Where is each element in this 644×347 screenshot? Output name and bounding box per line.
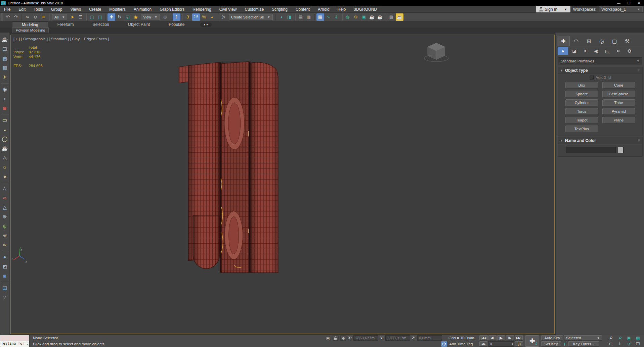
ribbon-tab-populate[interactable]: Populate (159, 21, 194, 28)
redo-icon[interactable]: ↷ (12, 13, 20, 21)
create-cylinder-button[interactable]: Cylinder (565, 99, 598, 106)
menu-rendering[interactable]: Rendering (188, 6, 215, 12)
rendered-frame-window-icon[interactable]: ▣ (360, 13, 368, 21)
viewport[interactable]: y x z [ + ] [ Orthographic ] [ Standard … (10, 35, 555, 334)
zoom-extents-all-icon[interactable]: ▦ (634, 335, 642, 341)
autogrid-checkbox[interactable] (590, 76, 594, 80)
space-warp-icon[interactable]: △ (1, 203, 9, 211)
next-frame-button[interactable]: ‖▶ (506, 335, 514, 341)
menu-tools[interactable]: Tools (30, 6, 47, 12)
render-setup-window-icon[interactable]: ▤ (1, 45, 9, 53)
camera-tripod-icon[interactable]: ◉ (1, 85, 9, 93)
menu-content[interactable]: Content (292, 6, 314, 12)
ribbon-config-menu[interactable]: ● ▾ (200, 22, 212, 27)
menu-create[interactable]: Create (85, 6, 105, 12)
help-icon[interactable]: ? (1, 293, 9, 301)
sphere-object-icon[interactable]: ● (1, 172, 9, 181)
light-lister-icon[interactable]: ☀ (1, 73, 9, 81)
render-iterative-icon[interactable]: ☕ (376, 13, 384, 21)
render-production-icon[interactable]: ☕ (368, 13, 376, 21)
create-torus-button[interactable]: Torus (565, 108, 598, 115)
film-camera-icon[interactable]: ◙ (1, 104, 9, 112)
bind-to-space-warp-icon[interactable]: ≋ (40, 13, 47, 21)
rectangular-selection-region-icon[interactable]: ▢ (88, 13, 96, 21)
render-presets-icon[interactable]: ▩ (1, 63, 9, 72)
edit-named-selection-sets-icon[interactable]: {✎ (220, 13, 227, 21)
add-time-tag-label[interactable]: Add Time Tag (449, 342, 473, 346)
create-geosphere-button[interactable]: GeoSphere (602, 91, 635, 97)
sphere-light-icon[interactable]: ◯ (1, 135, 9, 143)
tab-motion[interactable]: ◎ (595, 36, 608, 46)
fur-ox-icon[interactable]: 0x (1, 241, 9, 249)
menu-modifiers[interactable]: Modifiers (105, 6, 130, 12)
auto-key-button[interactable]: Auto Key (541, 335, 563, 341)
object-name-input[interactable] (566, 147, 616, 153)
wire-teapot-icon[interactable]: ☕ (1, 144, 9, 152)
grass-object-icon[interactable]: ψ (1, 222, 9, 230)
ribbon-tab-object-paint[interactable]: Object Paint (119, 21, 159, 28)
object-color-swatch[interactable] (618, 147, 624, 153)
x-coordinate-field[interactable]: 2863,677m (353, 335, 378, 341)
close-button[interactable]: ✕ (634, 0, 644, 6)
mirror-icon[interactable]: ◑ (277, 13, 285, 21)
menu-arnold[interactable]: Arnold (314, 6, 334, 12)
maximize-button[interactable]: ❐ (624, 0, 634, 6)
zoom-extents-icon[interactable]: ▣ (625, 335, 633, 341)
z-coordinate-field[interactable]: 0,0mm (417, 335, 442, 341)
schematic-view-icon[interactable]: ⇓ (333, 13, 340, 21)
pan-icon[interactable]: ✛ (616, 341, 624, 347)
select-and-manipulate-icon[interactable]: ⇑ (173, 13, 180, 21)
menu-animation[interactable]: Animation (130, 6, 156, 12)
rock-object-icon[interactable]: ❋ (1, 212, 9, 221)
menu-help[interactable]: Help (334, 6, 350, 12)
select-object-sphere-icon[interactable]: ◙ (1, 271, 9, 280)
array-tool-icon[interactable]: ∴ (1, 184, 9, 193)
macro-recorder-pane[interactable] (0, 335, 29, 341)
menu-group[interactable]: Group (47, 6, 66, 12)
create-plane-button[interactable]: Plane (602, 117, 635, 123)
subtab-systems[interactable]: ⚙ (624, 47, 635, 55)
create-cone-button[interactable]: Cone (602, 82, 635, 89)
undo-icon[interactable]: ↶ (4, 13, 12, 21)
listener-pane[interactable]: Testing for ; (0, 341, 29, 347)
align-icon[interactable]: ◨ (286, 13, 293, 21)
subtab-shapes[interactable]: ◪ (569, 47, 579, 55)
snap-toggle-3d-icon[interactable]: 3 (184, 13, 192, 21)
toolbar-drag-handle[interactable] (1, 13, 3, 21)
primitive-category-dropdown[interactable]: Standard Primitives ▼ (558, 57, 642, 64)
go-to-end-button[interactable]: ▶▶| (515, 335, 523, 341)
cone-light-icon[interactable]: △ (1, 153, 9, 162)
object-type-rollout-header[interactable]: ▼ Object Type ⠿ (558, 67, 642, 74)
subtab-space-warps[interactable]: ≈ (613, 47, 624, 55)
tab-display[interactable]: ▢ (608, 36, 621, 46)
menu-views[interactable]: Views (66, 6, 85, 12)
create-pyramid-button[interactable]: Pyramid (602, 108, 635, 115)
hair-fur-icon[interactable]: HF (1, 231, 9, 240)
ribbon-tab-selection[interactable]: Selection (83, 21, 118, 28)
selection-lock-icon[interactable] (333, 335, 339, 341)
select-and-move-icon[interactable]: ✚ (108, 13, 115, 21)
select-and-rotate-icon[interactable]: ↻ (116, 13, 123, 21)
menu-edit[interactable]: Edit (14, 6, 30, 12)
create-teapot-button[interactable]: Teapot (565, 117, 598, 123)
tab-modify[interactable]: ◠ (570, 36, 583, 46)
go-to-start-button[interactable]: |◀◀ (479, 335, 487, 341)
render-setup-icon[interactable]: ⚙ (352, 13, 360, 21)
select-by-name-icon[interactable]: ☰ (77, 13, 84, 21)
viewcube[interactable] (424, 43, 448, 62)
menu-file[interactable]: File (0, 6, 14, 12)
material-sphere-icon[interactable]: ● (1, 253, 9, 261)
sun-light-icon[interactable]: ☼ (1, 163, 9, 171)
previous-frame-button[interactable]: ◀‖ (488, 335, 497, 341)
subtab-cameras[interactable]: ◉ (591, 47, 601, 55)
material-picker-icon[interactable]: ◩ (1, 262, 9, 270)
viewport-canvas[interactable]: y x z (11, 35, 554, 334)
isolate-selection-icon[interactable]: ▣ (325, 335, 331, 341)
menu-civil-view[interactable]: Civil View (215, 6, 241, 12)
area-light-icon[interactable]: ▭ (1, 116, 9, 124)
zoom-region-icon[interactable]: ⊡ (607, 341, 615, 347)
zoom-icon[interactable]: ⚲ (607, 335, 615, 341)
menu-customize[interactable]: Customize (241, 6, 268, 12)
dome-light-icon[interactable]: ◒ (1, 125, 9, 134)
open-explorer-window-icon[interactable]: ▨ (388, 13, 395, 21)
